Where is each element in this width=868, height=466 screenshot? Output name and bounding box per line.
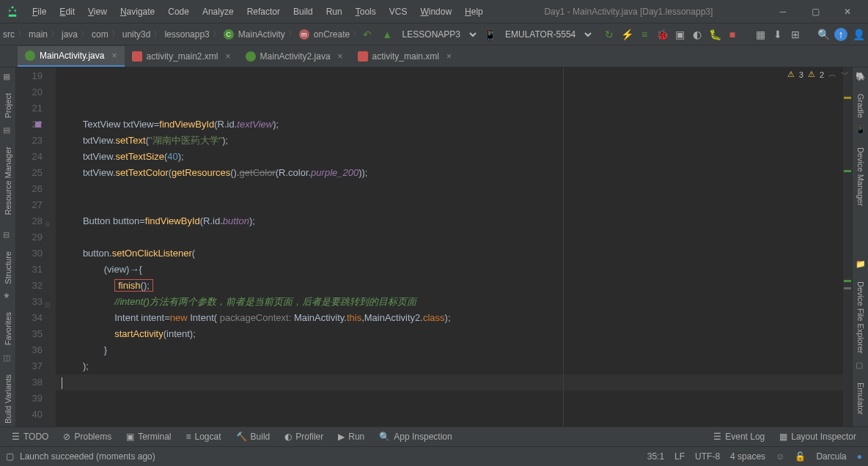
favorites-tool[interactable]: Favorites xyxy=(4,312,12,345)
bc-method[interactable]: onCreate xyxy=(314,29,350,40)
run-icon[interactable]: ↻ xyxy=(603,28,616,41)
run-config-select[interactable]: LESSONAPP3 xyxy=(394,26,479,43)
memory-indicator-icon[interactable]: ● xyxy=(857,451,862,462)
error-stripe[interactable] xyxy=(843,67,852,426)
bc-lessonapp3[interactable]: lessonapp3 xyxy=(164,29,209,40)
line-number[interactable]: 39 xyxy=(16,391,43,407)
code-line[interactable]: txtView.setTextSize(40); xyxy=(56,149,852,165)
emulator-tool[interactable]: Emulator xyxy=(856,382,865,415)
code-line[interactable]: txtView.setTextColor(getResources().getC… xyxy=(56,165,852,181)
code-line[interactable] xyxy=(56,374,852,391)
profiler-tool[interactable]: ◐Profiler xyxy=(279,429,329,444)
line-number[interactable]: 20 xyxy=(16,84,43,100)
code-line[interactable]: } xyxy=(56,342,852,358)
line-number[interactable]: 34 xyxy=(16,310,43,326)
code-line[interactable] xyxy=(56,197,852,213)
fold-end-icon[interactable]: ⊟ xyxy=(45,297,51,313)
apply-code-icon[interactable]: ≡ xyxy=(638,28,651,41)
device-file-explorer-tool-icon[interactable]: 📁 xyxy=(856,259,866,270)
menu-refactor[interactable]: Refactor xyxy=(241,4,286,20)
tab-close-icon[interactable]: × xyxy=(338,51,343,62)
device-manager-tool-icon[interactable]: 📱 xyxy=(856,125,866,136)
layout-inspector-tool[interactable]: ▦Layout Inspector xyxy=(773,429,862,444)
line-number[interactable]: 22 xyxy=(16,116,43,133)
bc-com[interactable]: com xyxy=(92,29,108,40)
code-line[interactable]: Intent intent=new Intent( packageContext… xyxy=(56,310,852,326)
emulator-tool-icon[interactable]: ▢ xyxy=(856,360,866,371)
terminal-tool[interactable]: ▣Terminal xyxy=(120,429,177,444)
logcat-tool[interactable]: ≡Logcat xyxy=(180,429,227,444)
debug-icon[interactable]: 🐞 xyxy=(655,28,669,41)
tab-activity-main2-xml[interactable]: activity_main2.xml × xyxy=(125,47,238,66)
stripe-warning[interactable] xyxy=(844,97,851,99)
line-number[interactable]: 19 xyxy=(16,68,43,84)
line-number[interactable]: 27 xyxy=(16,197,43,213)
stop-icon[interactable]: ■ xyxy=(726,28,739,41)
menu-analyze[interactable]: Analyze xyxy=(196,4,240,20)
tool-window-button-icon[interactable]: ▢ xyxy=(6,451,14,462)
line-number[interactable]: 40 xyxy=(16,407,43,423)
gradle-tool[interactable]: Gradle xyxy=(856,94,865,118)
menu-build[interactable]: Build xyxy=(287,4,319,20)
line-number[interactable]: 38 xyxy=(16,374,43,391)
event-log-tool[interactable]: ☰Event Log xyxy=(707,429,770,444)
maximize-button[interactable]: ▢ xyxy=(801,3,830,21)
line-number[interactable]: 32 xyxy=(16,278,43,294)
tab-mainactivity2[interactable]: MainActivity2.java × xyxy=(238,47,350,66)
tab-close-icon[interactable]: × xyxy=(111,51,117,61)
code-line[interactable] xyxy=(56,229,852,245)
bc-src[interactable]: src xyxy=(3,29,15,40)
code-line[interactable]: ); xyxy=(56,358,852,374)
minimize-button[interactable]: ─ xyxy=(768,3,798,21)
indent-info[interactable]: 4 spaces xyxy=(730,451,765,462)
bc-java[interactable]: java xyxy=(62,29,78,40)
line-number[interactable]: 35 xyxy=(16,326,43,342)
line-number[interactable]: 30 xyxy=(16,245,43,262)
updates-icon[interactable]: ↑ xyxy=(834,28,847,41)
fold-start-icon[interactable]: ⊖ xyxy=(45,216,51,232)
close-button[interactable]: ✕ xyxy=(833,3,862,21)
profile-icon[interactable]: ◐ xyxy=(691,28,704,41)
line-number[interactable]: 36 xyxy=(16,342,43,358)
line-number[interactable]: 29 xyxy=(16,229,43,245)
build-tool[interactable]: 🔨Build xyxy=(230,429,276,444)
stripe-mark[interactable] xyxy=(844,170,851,172)
caret-position[interactable]: 35:1 xyxy=(647,451,664,462)
code-line[interactable] xyxy=(56,391,852,407)
code-line[interactable]: //intent()方法有两个参数，前者是当前页面，后者是要跳转到的目标页面 xyxy=(56,294,852,310)
line-number[interactable]: 28⊖ xyxy=(16,213,43,229)
code-line[interactable]: startActivity(intent); xyxy=(56,326,852,342)
run-tool[interactable]: ▶Run xyxy=(332,429,370,444)
tab-close-icon[interactable]: × xyxy=(226,51,231,62)
gradle-tool-icon[interactable]: 🐘 xyxy=(856,72,866,82)
line-number[interactable]: 26 xyxy=(16,181,43,197)
project-tool[interactable]: Project xyxy=(4,93,12,118)
line-number[interactable]: 21 xyxy=(16,100,43,116)
resource-manager-tool[interactable]: Resource Manager xyxy=(4,147,12,215)
prev-highlight-icon[interactable]: ︿ xyxy=(828,69,836,80)
menu-vcs[interactable]: VCS xyxy=(383,4,413,20)
device-select[interactable]: EMULATOR-5554 xyxy=(496,26,594,43)
app-inspection-tool[interactable]: 🔍App Inspection xyxy=(373,429,457,444)
menu-help[interactable]: Help xyxy=(459,4,489,20)
tab-close-icon[interactable]: × xyxy=(446,51,452,62)
structure-tool-icon[interactable]: ⊟ xyxy=(3,230,13,240)
avd-manager-icon[interactable]: ▦ xyxy=(754,28,767,41)
coverage-icon[interactable]: ▣ xyxy=(673,28,686,41)
line-number[interactable]: 23 xyxy=(16,133,43,149)
tab-mainactivity[interactable]: MainActivity.java × xyxy=(18,46,125,67)
build-variants-tool[interactable]: Build Variants xyxy=(4,374,12,424)
favorites-tool-icon[interactable]: ★ xyxy=(3,291,13,300)
bc-unity3d[interactable]: unity3d xyxy=(122,29,151,40)
code-line[interactable]: txtView.setText("湖南中医药大学"); xyxy=(56,133,852,149)
apply-changes-icon[interactable]: ⚡ xyxy=(620,28,633,41)
code-line[interactable] xyxy=(56,181,852,197)
menu-edit[interactable]: Edit xyxy=(54,4,81,20)
build-variants-tool-icon[interactable]: ◫ xyxy=(3,353,13,363)
sdk-manager-icon[interactable]: ⬇ xyxy=(771,28,784,41)
menu-window[interactable]: Window xyxy=(414,4,457,20)
menu-code[interactable]: Code xyxy=(162,4,195,20)
menu-file[interactable]: File xyxy=(26,4,52,20)
code-area[interactable]: TextView txtView=findViewById(R.id.textV… xyxy=(56,67,852,426)
code-line[interactable]: TextView txtView=findViewById(R.id.textV… xyxy=(56,116,852,133)
